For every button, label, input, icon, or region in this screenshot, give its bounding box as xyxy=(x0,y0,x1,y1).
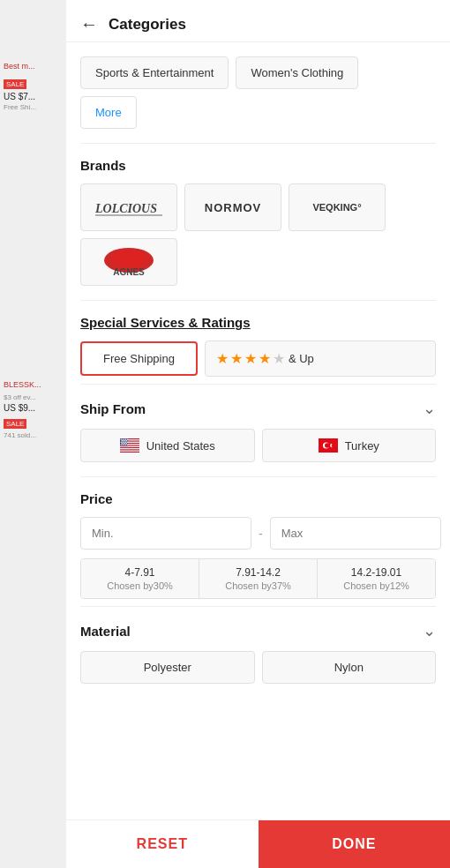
panel-title: Categories xyxy=(109,16,186,34)
more-button[interactable]: More xyxy=(80,96,137,129)
svg-point-34 xyxy=(124,445,124,445)
brands-row-1: LOLCIOUS NORMOV VEQKING° xyxy=(80,183,436,231)
brand-agnes[interactable]: AGNES xyxy=(80,238,177,286)
brands-title: Brands xyxy=(80,158,436,173)
special-services-section: Special Services & Ratings Free Shipping… xyxy=(66,301,450,384)
star-2: ★ xyxy=(230,350,243,367)
svg-rect-11 xyxy=(120,448,139,449)
star-3: ★ xyxy=(244,350,257,367)
svg-point-39 xyxy=(325,443,330,448)
price-max-input[interactable] xyxy=(270,517,441,550)
turkey-flag-icon xyxy=(319,438,338,453)
price-min-input[interactable] xyxy=(80,517,251,550)
svg-point-26 xyxy=(125,442,126,443)
bg-sale-badge-2: SALE xyxy=(4,419,26,429)
bg-price: US $7... xyxy=(0,91,66,102)
svg-point-27 xyxy=(126,442,127,443)
bottom-buttons: RESET DONE xyxy=(66,819,450,868)
bg-price-2: US $9... xyxy=(0,402,66,414)
material-buttons: Polyester Nylon xyxy=(80,651,436,684)
star-1: ★ xyxy=(216,350,229,367)
price-range-1-percent: Chosen by30% xyxy=(86,580,193,591)
price-range-1-value: 4-7.91 xyxy=(86,566,193,579)
more-row: More xyxy=(80,96,436,129)
svg-point-30 xyxy=(124,443,125,444)
spacer xyxy=(66,698,450,819)
svg-point-25 xyxy=(124,442,124,443)
brand-normov[interactable]: NORMOV xyxy=(184,183,281,231)
reset-button[interactable]: RESET xyxy=(66,820,259,868)
price-range-2-percent: Chosen by37% xyxy=(205,580,311,591)
bg-sold: 741 sold... xyxy=(0,430,66,440)
svg-point-18 xyxy=(126,439,127,440)
material-nylon[interactable]: Nylon xyxy=(262,651,437,684)
stars-row: ★ ★ ★ ★ ★ xyxy=(216,350,285,367)
rating-button[interactable]: ★ ★ ★ ★ ★ & Up xyxy=(205,340,436,377)
special-services-title: Special Services & Ratings xyxy=(80,315,436,330)
svg-point-31 xyxy=(126,443,127,444)
price-range-3[interactable]: 14.2-19.01 Chosen by12% xyxy=(318,559,435,598)
svg-text:LOLCIOUS: LOLCIOUS xyxy=(94,202,157,215)
svg-point-20 xyxy=(123,440,124,441)
brand-agnes-svg: AGNES xyxy=(94,244,164,280)
category-buttons-row: Sports & Entertainment Women's Clothing xyxy=(80,56,436,89)
svg-rect-12 xyxy=(120,451,139,452)
svg-point-15 xyxy=(122,439,123,440)
material-chevron: ⌄ xyxy=(423,621,436,640)
price-range-2[interactable]: 7.91-14.2 Chosen by37% xyxy=(199,559,318,598)
us-flag-icon xyxy=(120,438,139,453)
material-polyester[interactable]: Polyester xyxy=(80,651,255,684)
bg-item-extra: $3 off ev... xyxy=(0,393,66,402)
ship-from-turkey[interactable]: Turkey xyxy=(262,429,437,462)
ship-from-title: Ship From xyxy=(80,401,146,416)
back-button[interactable]: ← xyxy=(80,14,98,34)
svg-point-33 xyxy=(122,445,123,445)
svg-point-16 xyxy=(124,439,124,440)
svg-point-35 xyxy=(125,445,126,445)
price-range-1[interactable]: 4-7.91 Chosen by30% xyxy=(81,559,199,598)
brand-normov-label: NORMOV xyxy=(205,201,262,214)
price-range-3-value: 14.2-19.01 xyxy=(323,566,430,579)
svg-rect-10 xyxy=(120,446,139,447)
price-separator: - xyxy=(259,527,263,541)
ship-from-section: Ship From ⌄ xyxy=(66,385,450,476)
ship-from-header[interactable]: Ship From ⌄ xyxy=(80,399,436,418)
ship-from-chevron: ⌄ xyxy=(423,399,436,418)
svg-point-24 xyxy=(122,442,123,443)
brand-lolcious[interactable]: LOLCIOUS xyxy=(80,183,177,231)
price-section: Price - 4-7.91 Chosen by30% 7.91-14.2 Ch… xyxy=(66,477,450,606)
svg-point-23 xyxy=(120,442,121,443)
svg-point-36 xyxy=(126,445,127,445)
svg-point-21 xyxy=(124,440,125,441)
category-womens-clothing[interactable]: Women's Clothing xyxy=(236,56,358,89)
bg-shipping: Free Shi... xyxy=(0,102,66,112)
ship-from-us[interactable]: United States xyxy=(80,429,255,462)
bg-item-name-2: BLESSK... xyxy=(0,377,66,393)
svg-point-14 xyxy=(120,439,121,440)
categories-section: Sports & Entertainment Women's Clothing … xyxy=(66,42,450,143)
done-button[interactable]: DONE xyxy=(259,820,451,868)
services-row: Free Shipping ★ ★ ★ ★ ★ & Up xyxy=(80,340,436,377)
background-left: Best m... SALE US $7... Free Shi... BLES… xyxy=(0,0,66,868)
svg-point-28 xyxy=(121,443,122,444)
bg-item-name: Best m... xyxy=(0,0,66,74)
rating-up-label: & Up xyxy=(289,352,314,365)
price-inputs-row: - xyxy=(80,517,436,550)
ship-from-turkey-label: Turkey xyxy=(345,439,379,453)
star-5: ★ xyxy=(273,350,285,367)
ship-from-us-label: United States xyxy=(146,439,215,453)
svg-point-32 xyxy=(120,445,121,445)
svg-text:AGNES: AGNES xyxy=(113,267,145,277)
svg-point-22 xyxy=(126,440,127,441)
star-4: ★ xyxy=(259,350,271,367)
free-shipping-button[interactable]: Free Shipping xyxy=(80,341,198,376)
brands-section: Brands LOLCIOUS NORMOV VEQKING° xyxy=(66,144,450,300)
price-title: Price xyxy=(80,491,436,506)
material-section: Material ⌄ Polyester Nylon xyxy=(66,607,450,698)
filter-panel: ← Categories Sports & Entertainment Wome… xyxy=(66,0,450,868)
category-sports-entertainment[interactable]: Sports & Entertainment xyxy=(80,56,229,89)
svg-point-29 xyxy=(123,443,124,444)
brand-veqking[interactable]: VEQKING° xyxy=(289,183,386,231)
bg-sale-badge: SALE xyxy=(4,79,26,89)
material-header[interactable]: Material ⌄ xyxy=(80,621,436,640)
